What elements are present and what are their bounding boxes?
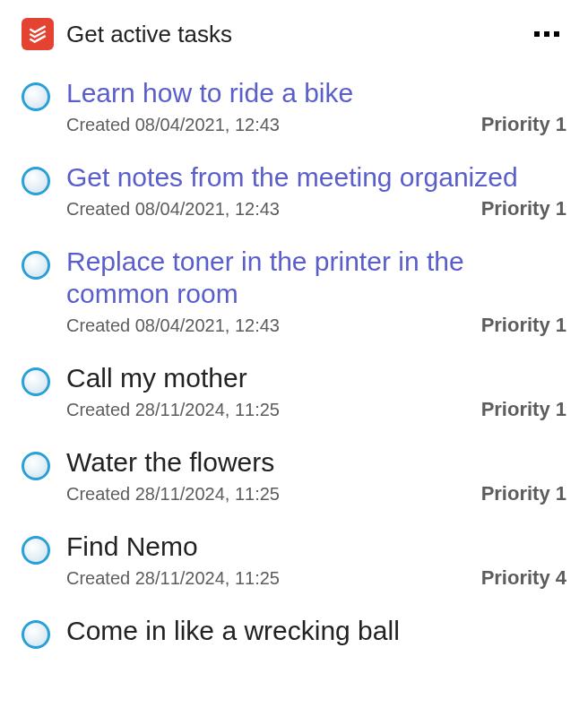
task-created-label: Created 28/11/2024, 11:25 [66,568,280,589]
task-meta: Created 08/04/2021, 12:43Priority 1 [66,113,566,136]
task-content: Call my motherCreated 28/11/2024, 11:25P… [66,362,566,421]
task-priority: Priority 1 [481,197,566,220]
task-created-label: Created 28/11/2024, 11:25 [66,400,280,420]
task-radio[interactable] [22,167,50,195]
task-created-label: Created 08/04/2021, 12:43 [66,199,280,220]
task-radio[interactable] [22,251,50,280]
task-created-label: Created 08/04/2021, 12:43 [66,315,280,336]
task-content: Come in like a wrecking ball [66,615,566,651]
task-priority: Priority 1 [481,482,566,505]
task-content: Water the flowersCreated 28/11/2024, 11:… [66,446,566,505]
task-item: Find NemoCreated 28/11/2024, 11:25Priori… [22,518,566,602]
task-meta: Created 28/11/2024, 11:25Priority 1 [66,398,566,421]
task-title: Find Nemo [66,531,566,563]
task-created-label: Created 28/11/2024, 11:25 [66,484,280,505]
task-radio[interactable] [22,620,50,649]
task-priority: Priority 4 [481,566,566,590]
task-title[interactable]: Replace toner in the printer in the comm… [66,246,566,310]
task-content: Learn how to ride a bikeCreated 08/04/20… [66,77,566,136]
page-title: Get active tasks [66,21,232,48]
todoist-icon [22,18,54,50]
task-title: Come in like a wrecking ball [66,615,566,647]
header-left: Get active tasks [22,18,232,50]
task-item: Replace toner in the printer in the comm… [22,233,566,350]
task-meta: Created 08/04/2021, 12:43Priority 1 [66,314,566,337]
more-options-button[interactable] [527,24,566,44]
task-item: Get notes from the meeting organizedCrea… [22,149,566,233]
task-item: Learn how to ride a bikeCreated 08/04/20… [22,65,566,149]
task-title[interactable]: Learn how to ride a bike [66,77,566,109]
task-title: Water the flowers [66,446,566,479]
task-content: Find NemoCreated 28/11/2024, 11:25Priori… [66,531,566,590]
task-priority: Priority 1 [481,314,566,337]
dot-icon [534,31,540,37]
task-list: Learn how to ride a bikeCreated 08/04/20… [0,61,588,663]
task-meta: Created 28/11/2024, 11:25Priority 1 [66,482,566,505]
task-priority: Priority 1 [481,398,566,421]
task-title: Call my mother [66,362,566,394]
dot-icon [544,31,549,37]
task-created-label: Created 08/04/2021, 12:43 [66,115,280,135]
task-priority: Priority 1 [481,113,566,136]
task-radio[interactable] [22,82,50,111]
task-title[interactable]: Get notes from the meeting organized [66,161,566,194]
task-radio[interactable] [22,536,50,565]
task-radio[interactable] [22,452,50,480]
header: Get active tasks [0,0,588,61]
task-meta: Created 08/04/2021, 12:43Priority 1 [66,197,566,220]
task-radio[interactable] [22,367,50,396]
dot-icon [554,31,559,37]
task-item: Call my motherCreated 28/11/2024, 11:25P… [22,350,566,434]
task-content: Get notes from the meeting organizedCrea… [66,161,566,220]
task-item: Water the flowersCreated 28/11/2024, 11:… [22,434,566,518]
task-meta: Created 28/11/2024, 11:25Priority 4 [66,566,566,590]
task-content: Replace toner in the printer in the comm… [66,246,566,337]
task-item: Come in like a wrecking ball [22,602,566,663]
